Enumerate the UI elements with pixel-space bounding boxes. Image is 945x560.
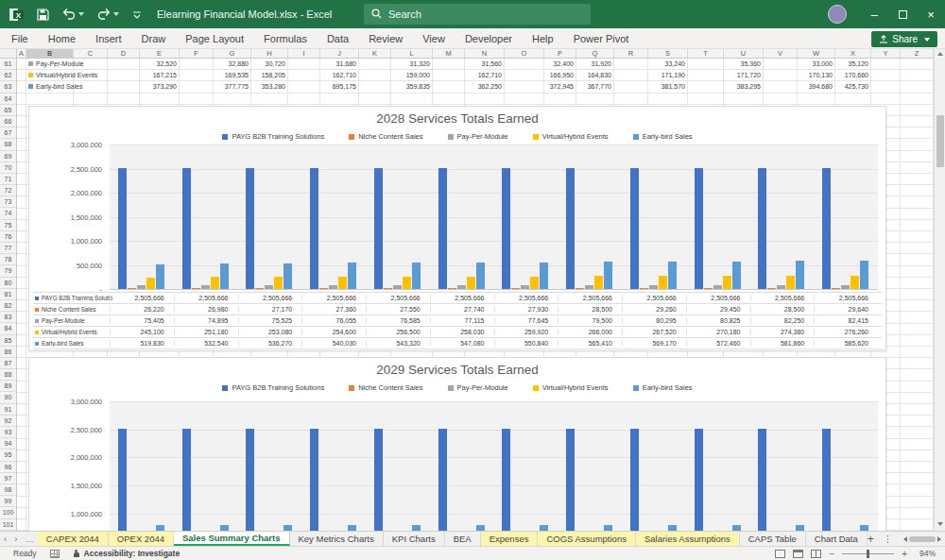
row-header-75[interactable]: 75 [0,220,16,231]
zoom-in-button[interactable]: + [902,550,907,558]
redo-dropdown-caret[interactable] [113,12,119,16]
cell-series-label[interactable]: Virtual/Hybrid Events [28,72,97,78]
cell-series-label[interactable]: Early-bird Sales [28,83,82,90]
cell-value[interactable]: 31,680 [300,60,356,67]
customize-qat-icon[interactable] [132,8,142,20]
column-header-C[interactable]: C [74,49,108,58]
row-header-71[interactable]: 71 [0,174,16,185]
row-header-68[interactable]: 68 [0,139,16,150]
column-header-X[interactable]: X [835,49,871,58]
macro-record-icon[interactable] [50,550,60,558]
avatar[interactable] [828,5,847,24]
sheet-tab-caps-table[interactable]: CAPS Table [740,532,806,546]
row-header-97[interactable]: 97 [0,473,16,484]
ribbon-tab-data[interactable]: Data [327,33,349,44]
row-header-88[interactable]: 88 [0,369,16,381]
row-header-84[interactable]: 84 [0,323,16,334]
scroll-right-icon[interactable] [937,536,941,542]
row-header-95[interactable]: 95 [0,450,16,461]
cell-value[interactable]: 353,280 [229,83,285,90]
column-header-K[interactable]: K [359,49,391,58]
cell-value[interactable]: 373,290 [120,83,177,90]
sheet-tab-sales-summary-charts[interactable]: Sales Summary Charts [174,532,290,546]
minimize-button[interactable]: – [860,0,888,28]
scroll-left-icon[interactable] [903,536,907,542]
cell-value[interactable]: 33,240 [628,60,685,67]
ribbon-tab-file[interactable]: File [11,33,28,44]
close-button[interactable]: × [917,0,945,28]
row-header-78[interactable]: 78 [0,254,16,265]
row-header-100[interactable]: 100 [0,507,16,518]
column-header-H[interactable]: H [251,49,288,58]
chart-2029-services-totals-earned[interactable]: 2029 Services Totals EarnedPAYG B2B Trai… [28,357,886,531]
column-header-R[interactable]: R [614,49,648,58]
column-header-S[interactable]: S [648,49,688,58]
restore-button[interactable] [888,0,917,28]
cell-value[interactable]: 32,520 [120,60,177,67]
row-header-66[interactable]: 66 [0,116,16,127]
column-header-F[interactable]: F [180,49,214,58]
cell-value[interactable]: 162,710 [445,72,502,78]
row-header-99[interactable]: 99 [0,496,16,507]
column-header-Z[interactable]: Z [901,49,934,58]
row-header-80[interactable]: 80 [0,278,16,289]
sheet-tab-capex-2044[interactable]: CAPEX 2044 [38,532,109,546]
horizontal-scrollbar[interactable] [902,536,943,542]
row-header-73[interactable]: 73 [0,196,16,208]
add-sheet-button[interactable]: + [868,533,874,546]
row-header-82[interactable]: 82 [0,300,16,312]
sheet-nav-left[interactable]: ‹ [0,532,10,546]
column-header-M[interactable]: M [433,49,465,58]
column-header-T[interactable]: T [688,49,724,58]
row-header-67[interactable]: 67 [0,127,16,139]
row-header-87[interactable]: 87 [0,358,16,369]
cell-value[interactable]: 31,320 [373,60,430,67]
row-header-96[interactable]: 96 [0,462,16,473]
cell-series-label[interactable]: Pay-Per-Module [28,60,84,67]
select-all-corner[interactable] [0,49,17,58]
row-header-98[interactable]: 98 [0,484,16,496]
horizontal-scroll-thumb[interactable] [909,536,936,542]
sheet-tab-chart-data[interactable]: Chart Data [806,532,868,546]
row-header-70[interactable]: 70 [0,162,16,174]
normal-view-icon[interactable] [775,550,785,558]
undo-icon[interactable] [62,8,84,20]
column-header-J[interactable]: J [320,49,359,58]
cell-value[interactable]: 162,710 [300,72,356,78]
tabbar-overflow-menu[interactable]: ⋮ [884,534,893,544]
column-header-L[interactable]: L [391,49,433,58]
cell-value[interactable]: 359,835 [373,83,430,90]
sheet-tab-salaries-assumptions[interactable]: Salaries Assumptions [636,532,740,546]
page-break-view-icon[interactable] [811,550,821,558]
cell-value[interactable]: 167,215 [120,72,177,78]
cell-value[interactable]: 158,205 [229,72,285,78]
column-header-D[interactable]: D [108,49,140,58]
row-header-72[interactable]: 72 [0,185,16,196]
ribbon-tab-power-pivot[interactable]: Power Pivot [574,33,629,44]
cell-value[interactable]: 425,730 [812,83,868,90]
column-header-A[interactable]: A [17,49,26,58]
ribbon-tab-home[interactable]: Home [48,33,76,44]
row-header-90[interactable]: 90 [0,392,16,403]
scroll-up-icon[interactable] [937,52,943,56]
zoom-slider-thumb[interactable] [867,550,869,558]
sheet-tab-cogs-assumptions[interactable]: COGS Assumptions [538,532,635,546]
save-icon[interactable] [37,8,49,21]
cell-value[interactable]: 170,660 [812,72,868,78]
ribbon-tab-developer[interactable]: Developer [465,33,512,44]
cell-value[interactable]: 383,295 [704,83,761,90]
column-header-N[interactable]: N [465,49,505,58]
row-header-64[interactable]: 64 [0,93,16,105]
redo-icon[interactable] [97,8,119,20]
cell-value[interactable]: 30,720 [229,60,285,67]
cell-value[interactable]: 381,570 [628,83,685,90]
cell-value[interactable]: 362,250 [445,83,502,90]
cell-value[interactable]: 159,000 [373,72,430,78]
zoom-slider[interactable] [842,553,894,554]
ribbon-tab-review[interactable]: Review [369,33,403,44]
row-header-62[interactable]: 62 [0,70,16,81]
cell-value[interactable]: 31,560 [445,60,502,67]
column-header-P[interactable]: P [544,49,576,58]
ribbon-tab-draw[interactable]: Draw [142,33,166,44]
sheet-tab-key-metrics-charts[interactable]: Key Metrics Charts [290,532,384,546]
